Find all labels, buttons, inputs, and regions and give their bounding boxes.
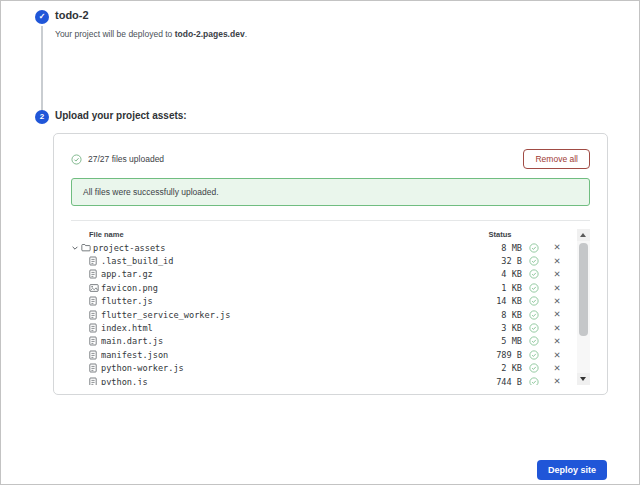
scrollbar-down-arrow-icon[interactable] bbox=[577, 373, 590, 385]
deploy-site-button[interactable]: Deploy site bbox=[537, 460, 607, 480]
remove-file-icon[interactable]: ✕ bbox=[546, 324, 568, 333]
chevron-down-icon[interactable] bbox=[71, 244, 81, 252]
step2-number: 2 bbox=[40, 113, 44, 121]
file-icon bbox=[89, 296, 101, 306]
status-column-header: Status bbox=[478, 230, 522, 239]
table-row: python-worker.js 2 KB ✕ bbox=[71, 362, 568, 375]
remove-file-icon[interactable]: ✕ bbox=[546, 364, 568, 373]
file-name: app.tar.gz bbox=[101, 269, 480, 279]
check-circle-icon bbox=[71, 154, 82, 165]
file-icon bbox=[89, 377, 101, 385]
step1-complete-badge: ✓ bbox=[35, 10, 49, 24]
pages-deploy-screen: { "colors": { "accent_blue": "#2056d8", … bbox=[0, 0, 640, 485]
file-name: python.js bbox=[101, 377, 480, 385]
file-name: index.html bbox=[101, 323, 480, 333]
uploaded-check-icon bbox=[529, 256, 539, 266]
file-list-scrollbar[interactable] bbox=[577, 229, 590, 385]
file-icon bbox=[89, 350, 101, 360]
remove-file-icon[interactable]: ✕ bbox=[546, 310, 568, 319]
file-icon bbox=[89, 336, 101, 346]
uploaded-check-icon bbox=[529, 269, 539, 279]
scrollbar-thumb[interactable] bbox=[579, 243, 588, 336]
uploaded-check-icon bbox=[529, 336, 539, 346]
project-name-title: todo-2 bbox=[55, 9, 89, 21]
file-list: project-assets 8 MB ✕ .last_build_id 32 … bbox=[71, 241, 568, 385]
upload-success-banner: All files were successfully uploaded. bbox=[71, 178, 590, 206]
file-icon bbox=[89, 269, 101, 279]
table-divider bbox=[71, 220, 590, 221]
uploaded-check-icon bbox=[529, 243, 539, 253]
file-size: 3 KB bbox=[480, 323, 522, 333]
file-icon bbox=[89, 363, 101, 373]
file-size: 4 KB bbox=[480, 269, 522, 279]
file-name: flutter.js bbox=[101, 296, 480, 306]
file-size: 789 B bbox=[480, 350, 522, 360]
remove-file-icon[interactable]: ✕ bbox=[546, 377, 568, 385]
uploaded-check-icon bbox=[529, 350, 539, 360]
uploaded-check-icon bbox=[529, 296, 539, 306]
deploy-target-suffix: . bbox=[245, 29, 247, 39]
remove-file-icon[interactable]: ✕ bbox=[546, 351, 568, 360]
file-icon bbox=[89, 256, 101, 266]
scrollbar-up-arrow-icon[interactable] bbox=[577, 229, 590, 241]
table-row: app.tar.gz 4 KB ✕ bbox=[71, 268, 568, 281]
file-size: 8 MB bbox=[480, 243, 522, 253]
check-icon: ✓ bbox=[39, 13, 46, 21]
uploaded-check-icon bbox=[529, 377, 539, 385]
remove-file-icon[interactable]: ✕ bbox=[546, 337, 568, 346]
folder-icon bbox=[81, 243, 93, 252]
file-name: python-worker.js bbox=[101, 363, 480, 373]
file-icon bbox=[89, 323, 101, 333]
image-icon bbox=[89, 284, 101, 292]
file-size: 14 KB bbox=[480, 296, 522, 306]
file-name: .last_build_id bbox=[101, 256, 480, 266]
remove-file-icon[interactable]: ✕ bbox=[546, 257, 568, 266]
deploy-target-text: Your project will be deployed to todo-2.… bbox=[55, 29, 247, 39]
table-row: python.js 744 B ✕ bbox=[71, 375, 568, 385]
uploaded-check-icon bbox=[529, 310, 539, 320]
step2-number-badge: 2 bbox=[35, 110, 49, 124]
remove-file-icon[interactable]: ✕ bbox=[546, 284, 568, 293]
table-row: .last_build_id 32 B ✕ bbox=[71, 254, 568, 267]
file-size: 1 KB bbox=[480, 283, 522, 293]
remove-all-button[interactable]: Remove all bbox=[523, 149, 590, 169]
remove-file-icon[interactable]: ✕ bbox=[546, 297, 568, 306]
uploaded-check-icon bbox=[529, 363, 539, 373]
uploaded-check-icon bbox=[529, 283, 539, 293]
file-name: project-assets bbox=[93, 243, 480, 253]
table-row: manifest.json 789 B ✕ bbox=[71, 348, 568, 361]
file-icon bbox=[89, 310, 101, 320]
file-size: 2 KB bbox=[480, 363, 522, 373]
deploy-target-prefix: Your project will be deployed to bbox=[55, 29, 175, 39]
uploaded-check-icon bbox=[529, 323, 539, 333]
scrollbar-track[interactable] bbox=[577, 241, 590, 373]
file-name: manifest.json bbox=[101, 350, 480, 360]
file-name: flutter_service_worker.js bbox=[101, 310, 480, 320]
remove-file-icon[interactable]: ✕ bbox=[546, 243, 568, 252]
upload-summary-row: 27/27 files uploaded Remove all bbox=[71, 148, 590, 170]
table-row: main.dart.js 5 MB ✕ bbox=[71, 335, 568, 348]
deploy-target-domain: todo-2.pages.dev bbox=[175, 29, 245, 39]
upload-step-title: Upload your project assets: bbox=[55, 110, 187, 121]
file-table: File name Status project-assets 8 MB ✕ .… bbox=[71, 227, 590, 385]
file-size: 744 B bbox=[480, 377, 522, 385]
table-row: flutter_service_worker.js 8 KB ✕ bbox=[71, 308, 568, 321]
file-size: 8 KB bbox=[480, 310, 522, 320]
file-name: main.dart.js bbox=[101, 336, 480, 346]
file-table-header: File name Status bbox=[71, 227, 568, 241]
remove-file-icon[interactable]: ✕ bbox=[546, 270, 568, 279]
stepper-connector-line bbox=[41, 26, 43, 111]
upload-summary-text: 27/27 files uploaded bbox=[88, 154, 164, 164]
upload-summary: 27/27 files uploaded bbox=[71, 154, 164, 165]
file-size: 5 MB bbox=[480, 336, 522, 346]
table-row: flutter.js 14 KB ✕ bbox=[71, 295, 568, 308]
file-name: favicon.png bbox=[101, 283, 480, 293]
file-table-content: File name Status project-assets 8 MB ✕ .… bbox=[71, 227, 590, 385]
file-name-column-header: File name bbox=[71, 230, 478, 239]
table-row: project-assets 8 MB ✕ bbox=[71, 241, 568, 254]
table-row: favicon.png 1 KB ✕ bbox=[71, 281, 568, 294]
file-size: 32 B bbox=[480, 256, 522, 266]
table-row: index.html 3 KB ✕ bbox=[71, 321, 568, 334]
upload-assets-card: 27/27 files uploaded Remove all All file… bbox=[53, 133, 608, 395]
